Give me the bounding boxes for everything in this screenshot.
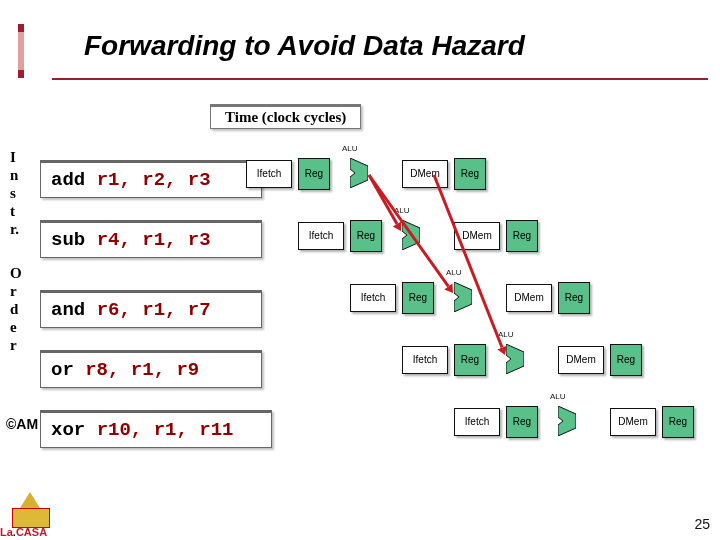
svg-marker-8: [444, 284, 453, 293]
svg-marker-0: [350, 158, 368, 188]
dmem-stage: DMem: [454, 222, 500, 250]
page-number: 25: [694, 516, 710, 532]
wb-reg-stage: Reg: [558, 282, 590, 314]
wb-reg-stage: Reg: [610, 344, 642, 376]
svg-marker-4: [558, 406, 576, 436]
alu-stage: ALU: [454, 282, 472, 310]
dmem-stage: DMem: [610, 408, 656, 436]
title-rule: [52, 78, 708, 80]
if-stage: Ifetch: [350, 284, 396, 312]
dmem-stage: DMem: [506, 284, 552, 312]
brand-text: La.CASA: [0, 526, 47, 538]
id-reg-stage: Reg: [506, 406, 538, 438]
svg-marker-2: [454, 282, 472, 312]
wb-reg-stage: Reg: [662, 406, 694, 438]
if-stage: Ifetch: [454, 408, 500, 436]
dmem-stage: DMem: [558, 346, 604, 374]
if-stage: Ifetch: [402, 346, 448, 374]
id-reg-stage: Reg: [298, 158, 330, 190]
page-title: Forwarding to Avoid Data Hazard: [84, 30, 525, 62]
if-stage: Ifetch: [298, 222, 344, 250]
svg-marker-6: [393, 222, 402, 231]
instruction-row: or r8, r1, r9: [40, 350, 262, 388]
wb-reg-stage: Reg: [454, 158, 486, 190]
id-reg-stage: Reg: [350, 220, 382, 252]
id-reg-stage: Reg: [402, 282, 434, 314]
svg-line-9: [434, 175, 502, 348]
wb-reg-stage: Reg: [506, 220, 538, 252]
alu-stage: ALU: [350, 158, 368, 186]
dmem-stage: DMem: [402, 160, 448, 188]
svg-marker-3: [506, 344, 524, 374]
time-label: Time (clock cycles): [210, 104, 361, 129]
instr-vertical-label: Instr.: [10, 148, 19, 238]
svg-marker-1: [402, 220, 420, 250]
forwarding-arrows: [0, 0, 720, 540]
alu-stage: ALU: [506, 344, 524, 372]
title-accent: [18, 24, 24, 78]
alu-stage: ALU: [402, 220, 420, 248]
copyright: ©AM: [6, 416, 38, 432]
if-stage: Ifetch: [246, 160, 292, 188]
order-vertical-label: Order: [10, 264, 22, 354]
instruction-row: sub r4, r1, r3: [40, 220, 262, 258]
instruction-row: add r1, r2, r3: [40, 160, 262, 198]
instruction-row: xor r10, r1, r11: [40, 410, 272, 448]
id-reg-stage: Reg: [454, 344, 486, 376]
instruction-row: and r6, r1, r7: [40, 290, 262, 328]
svg-line-5: [369, 175, 397, 224]
alu-stage: ALU: [558, 406, 576, 434]
